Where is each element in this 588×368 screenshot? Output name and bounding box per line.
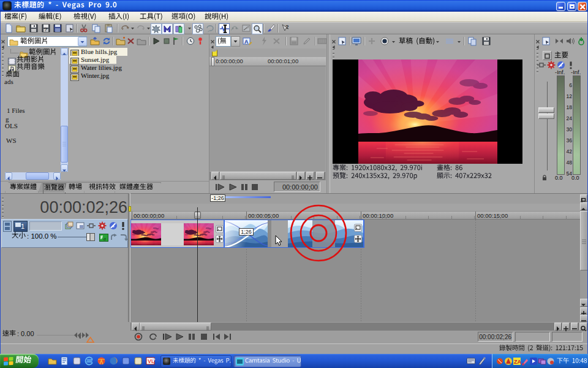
svg-text:a: a bbox=[104, 236, 106, 242]
svg-text:?: ? bbox=[285, 24, 289, 30]
svg-text:ZA: ZA bbox=[514, 359, 521, 365]
svg-text:A: A bbox=[244, 39, 249, 45]
svg-text:?: ? bbox=[44, 26, 47, 33]
